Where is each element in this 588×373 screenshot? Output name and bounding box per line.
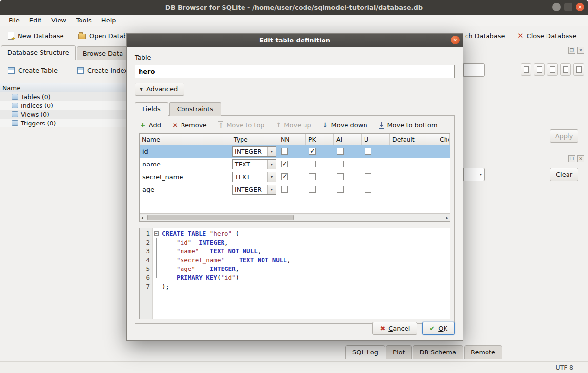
ai-checkbox[interactable] xyxy=(337,173,344,180)
ai-cell xyxy=(334,148,362,155)
clear-button[interactable]: Clear xyxy=(550,168,578,181)
field-name-cell: id xyxy=(140,148,231,155)
pk-checkbox[interactable] xyxy=(309,161,316,167)
open-folder-icon xyxy=(78,34,86,39)
open-database-label: Open Datab xyxy=(89,32,127,40)
type-combobox[interactable]: INTEGER▾ xyxy=(232,146,276,157)
create-index-button[interactable]: Create Index xyxy=(74,65,131,76)
column-header-default[interactable]: Default xyxy=(390,134,437,145)
create-table-button[interactable]: Create Table xyxy=(5,65,61,76)
bottom-tab-db-schema[interactable]: DB Schema xyxy=(413,345,463,359)
scrollbar-thumb[interactable] xyxy=(147,215,294,220)
grid-header: NameTypeNNPKAIUDefaultChe xyxy=(140,134,450,145)
column-header-u[interactable]: U xyxy=(362,134,390,145)
float-icon[interactable]: ❐ xyxy=(568,47,575,54)
cancel-button[interactable]: ✖ Cancel xyxy=(372,322,417,335)
column-header-ai[interactable]: AI xyxy=(334,134,362,145)
bottom-tab-remote[interactable]: Remote xyxy=(464,345,502,359)
menu-item-file[interactable]: File xyxy=(4,15,24,25)
nn-checkbox[interactable] xyxy=(281,173,288,180)
u-checkbox[interactable] xyxy=(365,161,371,167)
table-name-input[interactable] xyxy=(135,65,455,78)
pk-checkbox[interactable] xyxy=(309,148,316,155)
ai-checkbox[interactable] xyxy=(337,148,344,155)
close-icon[interactable]: ✕ xyxy=(577,155,584,162)
cell-tool-button[interactable] xyxy=(573,63,584,76)
pk-checkbox[interactable] xyxy=(309,173,316,180)
cell-tool-button[interactable] xyxy=(534,63,545,76)
close-database-button[interactable]: ✕ Close Database xyxy=(513,30,580,42)
tab-constraints[interactable]: Constraints xyxy=(169,102,221,116)
bottom-tab-sql-log[interactable]: SQL Log xyxy=(345,345,385,359)
pk-checkbox[interactable] xyxy=(309,186,316,193)
nn-checkbox[interactable] xyxy=(281,186,288,193)
add-button[interactable]: +Add xyxy=(140,121,161,129)
tab-fields[interactable]: Fields xyxy=(135,102,168,116)
menu-item-edit[interactable]: Edit xyxy=(24,15,46,25)
remove-button[interactable]: ×Remove xyxy=(172,121,207,129)
close-icon[interactable]: ✕ xyxy=(577,47,584,54)
nn-checkbox[interactable] xyxy=(281,161,288,167)
field-name-cell: secret_name xyxy=(140,173,231,181)
horizontal-scrollbar[interactable]: ◂ ▸ xyxy=(140,213,450,221)
column-header-name[interactable]: Name xyxy=(140,134,231,145)
ok-button[interactable]: ✔ OK xyxy=(422,322,455,335)
cell-tool-button[interactable] xyxy=(547,63,558,76)
line-number: 3 xyxy=(140,247,150,256)
u-checkbox[interactable] xyxy=(365,173,371,180)
close-button[interactable]: × xyxy=(576,3,584,11)
dialog-titlebar[interactable]: Edit table definition ✕ xyxy=(127,34,463,47)
type-combobox[interactable]: INTEGER▾ xyxy=(232,185,276,195)
maximize-button[interactable] xyxy=(564,3,572,11)
scroll-left-icon[interactable]: ◂ xyxy=(141,215,143,220)
nn-checkbox[interactable] xyxy=(281,148,288,155)
type-combobox[interactable]: TEXT▾ xyxy=(232,172,276,182)
column-header-type[interactable]: Type xyxy=(231,134,278,145)
table-section-label: Table xyxy=(135,54,455,61)
ai-checkbox[interactable] xyxy=(337,186,344,193)
field-row-id[interactable]: idINTEGER▾ xyxy=(140,145,450,158)
scroll-right-icon[interactable]: ▸ xyxy=(446,215,448,220)
column-header-nn[interactable]: NN xyxy=(278,134,306,145)
menu-item-view[interactable]: View xyxy=(46,15,71,25)
u-checkbox[interactable] xyxy=(365,148,371,155)
move-down-icon: ↓ xyxy=(323,122,328,128)
open-database-button[interactable]: Open Datab xyxy=(74,30,131,42)
sql-preview-editor[interactable]: 1234567 − CREATE TABLE "hero" ( "id" INT… xyxy=(139,228,450,319)
type-cell: TEXT▾ xyxy=(231,159,278,169)
column-header-che[interactable]: Che xyxy=(437,134,450,145)
menu-item-help[interactable]: Help xyxy=(97,15,121,25)
nn-cell xyxy=(278,186,306,193)
column-header-pk[interactable]: PK xyxy=(306,134,334,145)
create-index-label: Create Index xyxy=(87,67,128,74)
window-controls: × xyxy=(552,3,584,11)
filter-combobox-fragment[interactable]: ▾ xyxy=(463,168,485,181)
attach-database-button[interactable]: ch Database xyxy=(461,30,509,42)
tab-database-structure[interactable]: Database Structure xyxy=(1,45,76,60)
close-database-label: Close Database xyxy=(527,32,577,40)
type-combobox[interactable]: TEXT▾ xyxy=(232,159,276,169)
mode-combobox-fragment[interactable] xyxy=(463,63,485,77)
window-titlebar[interactable]: DB Browser for SQLite - /home/user/code/… xyxy=(0,0,588,15)
fold-collapse-icon[interactable]: − xyxy=(154,231,159,236)
ai-checkbox[interactable] xyxy=(337,161,344,167)
tab-browse-data[interactable]: Browse Data xyxy=(77,46,130,60)
minimize-button[interactable] xyxy=(552,3,561,11)
move-to-bottom-button[interactable]: ↓Move to bottom xyxy=(379,121,438,129)
field-row-secret-name[interactable]: secret_nameTEXT▾ xyxy=(140,170,450,183)
cell-tool-button[interactable] xyxy=(560,63,571,76)
float-icon[interactable]: ❐ xyxy=(568,155,575,162)
field-row-name[interactable]: nameTEXT▾ xyxy=(140,158,450,170)
dialog-close-button[interactable]: ✕ xyxy=(451,36,460,44)
new-database-button[interactable]: New Database xyxy=(4,29,68,42)
cell-tool-button[interactable] xyxy=(521,63,531,76)
move-down-button[interactable]: ↓Move down xyxy=(323,121,367,129)
advanced-toggle-button[interactable]: ▼ Advanced xyxy=(135,83,184,96)
field-row-age[interactable]: ageINTEGER▾ xyxy=(140,183,450,196)
edit-cell-toolbar xyxy=(521,63,584,76)
folder-icon xyxy=(12,103,18,108)
bottom-tab-plot[interactable]: Plot xyxy=(386,345,412,359)
apply-button[interactable]: Apply xyxy=(550,129,578,143)
u-checkbox[interactable] xyxy=(365,186,371,193)
menu-item-tools[interactable]: Tools xyxy=(71,15,97,25)
